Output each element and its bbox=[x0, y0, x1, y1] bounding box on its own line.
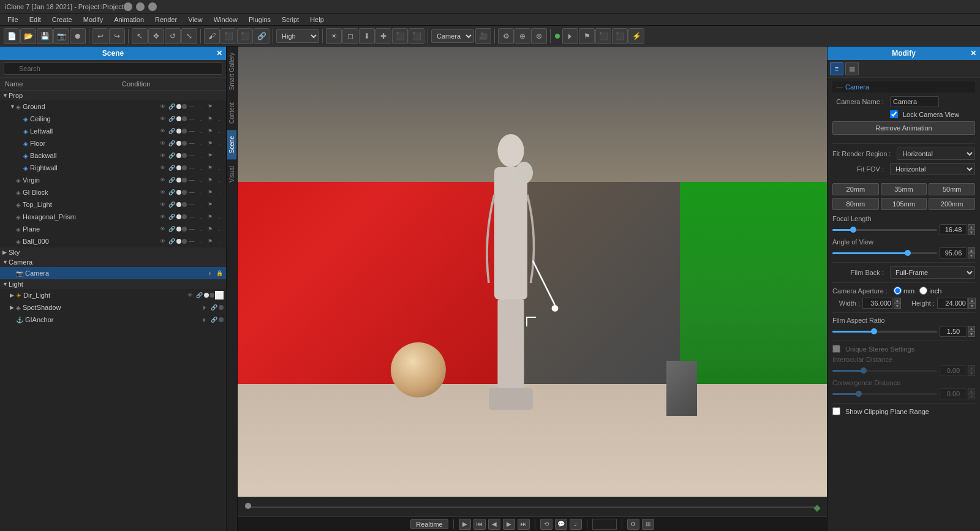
frame-input[interactable]: 1 bbox=[592, 519, 617, 530]
camera-row-lock[interactable]: 🔒 bbox=[215, 269, 224, 277]
snap-button[interactable]: ⬛ bbox=[237, 28, 253, 44]
floor-dot1[interactable] bbox=[176, 141, 181, 146]
scene-panel-close[interactable]: ✕ bbox=[216, 49, 222, 58]
ball-link-icon[interactable]: 🔗 bbox=[167, 237, 176, 246]
plane-dot1[interactable] bbox=[176, 227, 181, 232]
timeline-start-marker[interactable] bbox=[245, 503, 251, 509]
focal-slider-thumb[interactable] bbox=[850, 227, 856, 233]
menu-file[interactable]: File bbox=[2, 15, 23, 24]
remove-animation-button[interactable]: Remove Animation bbox=[832, 121, 975, 135]
leftwall-dot2[interactable] bbox=[182, 129, 187, 134]
film-aspect-step-up[interactable]: ▲ bbox=[968, 326, 975, 331]
toplight-dot2[interactable] bbox=[182, 202, 187, 207]
focal-slider-track[interactable] bbox=[832, 229, 937, 231]
view3-button[interactable]: ✚ bbox=[375, 28, 391, 44]
align-button[interactable]: ⬛ bbox=[221, 28, 236, 44]
giblock-dot2[interactable] bbox=[182, 190, 187, 195]
undo-button[interactable]: ↩ bbox=[92, 28, 108, 44]
spotshadow-play[interactable]: ⏵ bbox=[200, 303, 209, 312]
ground-link-icon[interactable]: 🔗 bbox=[167, 102, 176, 111]
rotate-button[interactable]: ↺ bbox=[165, 28, 181, 44]
tree-group-prop-header[interactable]: ▼ Prop bbox=[0, 91, 226, 100]
ground-eye-icon[interactable]: 👁 bbox=[158, 102, 167, 111]
mm-20-button[interactable]: 20mm bbox=[832, 183, 879, 195]
ball-eye-icon[interactable]: 👁 bbox=[158, 237, 167, 246]
floor-flag-icon[interactable]: ⚑ bbox=[206, 139, 214, 148]
ground-flag-icon[interactable]: ⚑ bbox=[206, 102, 214, 111]
fit-fov-select[interactable]: Horizontal Vertical bbox=[890, 163, 975, 175]
menu-script[interactable]: Script bbox=[277, 15, 304, 24]
prev-frame-button[interactable]: ⏮ bbox=[473, 519, 486, 530]
tree-row-virgin[interactable]: ◈ Virgin 👁 🔗 — . ⚑ . bbox=[0, 174, 226, 186]
open-button[interactable]: 📂 bbox=[20, 28, 36, 44]
tool1-button[interactable]: ⚙ bbox=[498, 28, 514, 44]
redo-button[interactable]: ↪ bbox=[109, 28, 125, 44]
tree-row-gianchor[interactable]: ⚓ GIAnchor ⏵ 🔗 bbox=[0, 314, 226, 326]
ground-dot1[interactable] bbox=[176, 104, 181, 109]
view5-button[interactable]: ⬛ bbox=[409, 28, 424, 44]
paint-button[interactable]: 🖌 bbox=[204, 28, 220, 44]
virgin-link-icon[interactable]: 🔗 bbox=[167, 176, 176, 184]
anim1-button[interactable]: ⏵ bbox=[562, 28, 578, 44]
tree-group-light-header[interactable]: ▼ Light bbox=[0, 279, 226, 289]
marker-button[interactable]: ♩ bbox=[570, 519, 582, 530]
virgin-eye-icon[interactable]: 👁 bbox=[158, 176, 167, 184]
leftwall-dot1[interactable] bbox=[176, 129, 181, 134]
film-aspect-step-down[interactable]: ▼ bbox=[968, 331, 975, 337]
hexprism-dot1[interactable] bbox=[176, 214, 181, 219]
tool3-button[interactable]: ⊛ bbox=[531, 28, 547, 44]
rightwall-flag-icon[interactable]: ⚑ bbox=[206, 164, 214, 172]
sky-expand-arrow[interactable]: ▶ bbox=[2, 249, 9, 255]
ceiling-dot2[interactable] bbox=[182, 116, 187, 121]
floor-dot2[interactable] bbox=[182, 141, 187, 146]
backwall-dot2[interactable] bbox=[182, 153, 187, 158]
menu-create[interactable]: Create bbox=[47, 15, 77, 24]
aperture-mm-label[interactable]: mm bbox=[894, 287, 914, 295]
ball-dot2[interactable] bbox=[182, 239, 187, 244]
view4-button[interactable]: ⬛ bbox=[392, 28, 408, 44]
mm-50-button[interactable]: 50mm bbox=[929, 183, 975, 195]
close-button[interactable] bbox=[148, 2, 157, 11]
dirlight-color-swatch[interactable] bbox=[215, 291, 224, 299]
lighting-button[interactable]: ☀ bbox=[326, 28, 342, 44]
aperture-mm-radio[interactable] bbox=[894, 287, 902, 295]
menu-view[interactable]: View bbox=[183, 15, 208, 24]
tree-group-sky-header[interactable]: ▶ Sky bbox=[0, 247, 226, 257]
plane-link-icon[interactable]: 🔗 bbox=[167, 225, 176, 233]
tree-row-floor[interactable]: ◈ Floor 👁 🔗 — . ⚑ . bbox=[0, 137, 226, 149]
move-button[interactable]: ✥ bbox=[148, 28, 164, 44]
width-step-down[interactable]: ▼ bbox=[894, 303, 901, 309]
spotshadow-dot[interactable] bbox=[219, 305, 224, 310]
film-aspect-input[interactable] bbox=[940, 326, 967, 337]
ceiling-link-icon[interactable]: 🔗 bbox=[167, 115, 176, 123]
virgin-flag-icon[interactable]: ⚑ bbox=[206, 176, 214, 184]
tool2-button[interactable]: ⊕ bbox=[514, 28, 530, 44]
giblock-dot1[interactable] bbox=[176, 190, 181, 195]
toplight-dot1[interactable] bbox=[176, 202, 181, 207]
menu-render[interactable]: Render bbox=[150, 15, 182, 24]
dirlight-dot1[interactable] bbox=[204, 293, 209, 298]
prop-expand-arrow[interactable]: ▼ bbox=[2, 92, 9, 99]
tree-row-plane[interactable]: ◈ Plane 👁 🔗 — . ⚑ . bbox=[0, 223, 226, 235]
tree-row-dirlight[interactable]: ▶ ☀ Dir_Light 👁 🔗 bbox=[0, 289, 226, 301]
camera-row-play[interactable]: ⏵ bbox=[206, 269, 214, 277]
ceiling-dot1[interactable] bbox=[176, 116, 181, 121]
new-button[interactable]: 📄 bbox=[4, 28, 20, 44]
focal-step-down[interactable]: ▼ bbox=[968, 230, 975, 235]
hexprism-dot2[interactable] bbox=[182, 214, 187, 219]
film-aspect-slider-track[interactable] bbox=[832, 331, 937, 333]
tab-smart-gallery[interactable]: Smart Gallery bbox=[227, 47, 236, 96]
fit-render-select[interactable]: Horizontal Vertical bbox=[897, 148, 975, 160]
camera-select[interactable]: Camera bbox=[431, 29, 474, 43]
leftwall-link-icon[interactable]: 🔗 bbox=[167, 127, 176, 135]
toplight-link-icon[interactable]: 🔗 bbox=[167, 200, 176, 209]
floor-link-icon[interactable]: 🔗 bbox=[167, 139, 176, 148]
mm-105-button[interactable]: 105mm bbox=[881, 198, 927, 210]
gianchor-lock[interactable]: 🔗 bbox=[209, 315, 218, 324]
leftwall-flag-icon[interactable]: ⚑ bbox=[206, 127, 214, 135]
aov-value-input[interactable] bbox=[940, 247, 967, 258]
aov-step-up[interactable]: ▲ bbox=[968, 247, 975, 253]
plane-eye-icon[interactable]: 👁 bbox=[158, 225, 167, 233]
height-input[interactable] bbox=[937, 298, 968, 309]
mm-200-button[interactable]: 200mm bbox=[929, 198, 975, 210]
